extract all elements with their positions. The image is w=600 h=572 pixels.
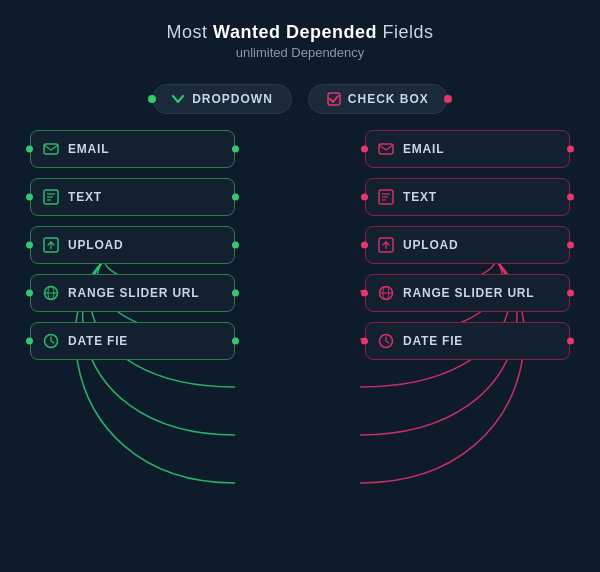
svg-rect-12: [379, 144, 393, 154]
main-title: Most Wanted Depended Fields: [167, 22, 434, 43]
upload-icon-right: [378, 237, 394, 253]
email-left-dot-right: [232, 146, 239, 153]
field-text-right[interactable]: TEXT: [365, 178, 570, 216]
dropdown-dot-left: [148, 95, 156, 103]
upload-right-dot-right: [567, 242, 574, 249]
chevron-down-icon: [171, 92, 185, 106]
left-column: EMAIL TEXT: [30, 124, 235, 572]
dropdown-node[interactable]: DROPDOWN: [152, 84, 292, 114]
range-right-dot-left: [361, 290, 368, 297]
clock-icon-right: [378, 333, 394, 349]
title-bold: Wanted Depended: [213, 22, 377, 42]
field-upload-left[interactable]: UPLOAD: [30, 226, 235, 264]
field-date-left[interactable]: DATE FIE: [30, 322, 235, 360]
date-left-dot-right: [232, 338, 239, 345]
checkbox-node[interactable]: CHECK BOX: [308, 84, 448, 114]
field-email-left[interactable]: EMAIL: [30, 130, 235, 168]
email-right-label: EMAIL: [403, 142, 444, 156]
text-right-dot-left: [361, 194, 368, 201]
text-icon-left: [43, 189, 59, 205]
title-section: Most Wanted Depended Fields unlimited De…: [167, 22, 434, 60]
range-right-dot-right: [567, 290, 574, 297]
svg-rect-1: [44, 144, 58, 154]
clock-icon-left: [43, 333, 59, 349]
globe-icon-right: [378, 285, 394, 301]
email-right-dot-right: [567, 146, 574, 153]
checkbox-dot-right: [444, 95, 452, 103]
range-left-dot-right: [232, 290, 239, 297]
email-left-dot: [26, 146, 33, 153]
upload-left-label: UPLOAD: [68, 238, 123, 252]
date-right-label: DATE FIE: [403, 334, 463, 348]
dropdown-label: DROPDOWN: [192, 92, 273, 106]
email-right-dot-left: [361, 146, 368, 153]
right-column: EMAIL TEXT: [365, 124, 570, 572]
upload-left-dot-right: [232, 242, 239, 249]
upload-right-label: UPLOAD: [403, 238, 458, 252]
range-left-label: RANGE SLIDER URL: [68, 286, 199, 300]
range-left-dot: [26, 290, 33, 297]
upload-icon-left: [43, 237, 59, 253]
text-icon-right: [378, 189, 394, 205]
date-left-label: DATE FIE: [68, 334, 128, 348]
date-right-dot-left: [361, 338, 368, 345]
date-left-dot: [26, 338, 33, 345]
upload-left-dot: [26, 242, 33, 249]
range-right-label: RANGE SLIDER URL: [403, 286, 534, 300]
field-text-left[interactable]: TEXT: [30, 178, 235, 216]
email-left-label: EMAIL: [68, 142, 109, 156]
email-icon-left: [43, 141, 59, 157]
field-range-left[interactable]: RANGE SLIDER URL: [30, 274, 235, 312]
field-date-right[interactable]: DATE FIE: [365, 322, 570, 360]
subtitle: unlimited Dependency: [167, 45, 434, 60]
text-left-label: TEXT: [68, 190, 102, 204]
date-right-dot-right: [567, 338, 574, 345]
upload-right-dot-left: [361, 242, 368, 249]
text-left-dot-right: [232, 194, 239, 201]
text-right-dot-right: [567, 194, 574, 201]
field-upload-right[interactable]: UPLOAD: [365, 226, 570, 264]
checkbox-label: CHECK BOX: [348, 92, 429, 106]
check-icon: [327, 92, 341, 106]
text-right-label: TEXT: [403, 190, 437, 204]
field-email-right[interactable]: EMAIL: [365, 130, 570, 168]
text-left-dot: [26, 194, 33, 201]
main-content: EMAIL TEXT: [0, 124, 600, 572]
app-container: Most Wanted Depended Fields unlimited De…: [0, 0, 600, 572]
top-nodes-row: DROPDOWN CHECK BOX: [152, 84, 448, 114]
globe-icon-left: [43, 285, 59, 301]
field-range-right[interactable]: RANGE SLIDER URL: [365, 274, 570, 312]
email-icon-right: [378, 141, 394, 157]
